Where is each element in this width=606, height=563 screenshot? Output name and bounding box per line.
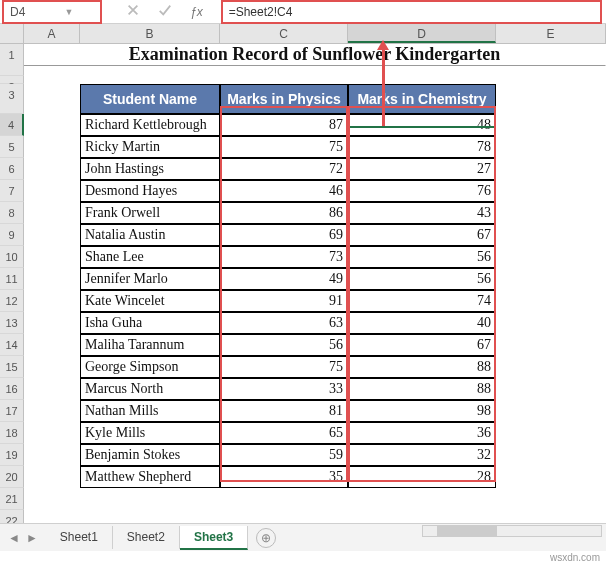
row-header-18[interactable]: 18 [0,422,24,444]
cell-a14[interactable] [24,334,80,356]
cell-name-20[interactable]: Matthew Shepherd [80,466,220,488]
header-chemistry[interactable]: Marks in Chemistry [348,84,496,114]
cell-chem-14[interactable]: 67 [348,334,496,356]
row-header-8[interactable]: 8 [0,202,24,224]
scrollbar-thumb[interactable] [437,526,497,536]
cell-physics-13[interactable]: 63 [220,312,348,334]
cell-physics-8[interactable]: 86 [220,202,348,224]
row-header-6[interactable]: 6 [0,158,24,180]
cell-a9[interactable] [24,224,80,246]
cell-chem-20[interactable]: 28 [348,466,496,488]
cell-chem-4[interactable]: 48 [348,114,496,136]
cell-a20[interactable] [24,466,80,488]
cell-chem-6[interactable]: 27 [348,158,496,180]
cell-name-19[interactable]: Benjamin Stokes [80,444,220,466]
cell-physics-18[interactable]: 65 [220,422,348,444]
cell-name-4[interactable]: Richard Kettlebrough [80,114,220,136]
row-header-4[interactable]: 4 [0,114,24,136]
fx-icon[interactable]: ƒx [190,5,203,19]
cell-e16[interactable] [496,378,606,400]
cell-physics-19[interactable]: 59 [220,444,348,466]
cell-a4[interactable] [24,114,80,136]
cell-a12[interactable] [24,290,80,312]
cell-chem-5[interactable]: 78 [348,136,496,158]
cell-e10[interactable] [496,246,606,268]
row-header-2[interactable]: 2 [0,76,24,84]
row-header-13[interactable]: 13 [0,312,24,334]
cell-e11[interactable] [496,268,606,290]
cancel-icon[interactable] [126,3,140,20]
cell-e18[interactable] [496,422,606,444]
cell-a15[interactable] [24,356,80,378]
cell-name-14[interactable]: Maliha Tarannum [80,334,220,356]
row-header-9[interactable]: 9 [0,224,24,246]
row-header-3[interactable]: 3 [0,84,24,114]
tab-next-icon[interactable]: ► [26,531,38,545]
cell-a10[interactable] [24,246,80,268]
row-header-14[interactable]: 14 [0,334,24,356]
cell-name-9[interactable]: Natalia Austin [80,224,220,246]
cell-chem-13[interactable]: 40 [348,312,496,334]
cell-chem-11[interactable]: 56 [348,268,496,290]
cell-chem-7[interactable]: 76 [348,180,496,202]
cell-a13[interactable] [24,312,80,334]
cell-chem-15[interactable]: 88 [348,356,496,378]
row-header-1[interactable]: 1 [0,44,24,76]
cell-physics-6[interactable]: 72 [220,158,348,180]
cell-name-18[interactable]: Kyle Mills [80,422,220,444]
cell-e5[interactable] [496,136,606,158]
cell-physics-5[interactable]: 75 [220,136,348,158]
cell-e6[interactable] [496,158,606,180]
cell-a6[interactable] [24,158,80,180]
cell-physics-4[interactable]: 87 [220,114,348,136]
name-box-dropdown[interactable]: ▼ [62,7,76,17]
cell-chem-8[interactable]: 43 [348,202,496,224]
row-header-19[interactable]: 19 [0,444,24,466]
row-header-21[interactable]: 21 [0,488,24,510]
cell-chem-17[interactable]: 98 [348,400,496,422]
cell-chem-19[interactable]: 32 [348,444,496,466]
cell-physics-7[interactable]: 46 [220,180,348,202]
cell-physics-14[interactable]: 56 [220,334,348,356]
name-box-input[interactable] [4,2,62,22]
header-physics[interactable]: Marks in Physics [220,84,348,114]
tab-nav[interactable]: ◄ ► [0,531,46,545]
cell-physics-11[interactable]: 49 [220,268,348,290]
row-header-17[interactable]: 17 [0,400,24,422]
cell-name-10[interactable]: Shane Lee [80,246,220,268]
cell-name-8[interactable]: Frank Orwell [80,202,220,224]
tab-sheet3[interactable]: Sheet3 [180,526,248,550]
col-header-d[interactable]: D [348,24,496,43]
cell-a8[interactable] [24,202,80,224]
row-header-12[interactable]: 12 [0,290,24,312]
cell-e12[interactable] [496,290,606,312]
cell-e15[interactable] [496,356,606,378]
name-box[interactable]: ▼ [2,0,102,24]
cell-e4[interactable] [496,114,606,136]
row-header-7[interactable]: 7 [0,180,24,202]
select-all-corner[interactable] [0,24,24,43]
col-header-b[interactable]: B [80,24,220,43]
tab-sheet2[interactable]: Sheet2 [113,526,180,549]
cell-a17[interactable] [24,400,80,422]
col-header-e[interactable]: E [496,24,606,43]
cell-name-12[interactable]: Kate Wincelet [80,290,220,312]
row-header-11[interactable]: 11 [0,268,24,290]
col-header-c[interactable]: C [220,24,348,43]
horizontal-scrollbar[interactable] [422,525,602,537]
cell-chem-16[interactable]: 88 [348,378,496,400]
cell-physics-15[interactable]: 75 [220,356,348,378]
cell-name-13[interactable]: Isha Guha [80,312,220,334]
row-header-10[interactable]: 10 [0,246,24,268]
cell-a16[interactable] [24,378,80,400]
cell-e13[interactable] [496,312,606,334]
cell-physics-20[interactable]: 35 [220,466,348,488]
cell-chem-18[interactable]: 36 [348,422,496,444]
cell-e8[interactable] [496,202,606,224]
cell-physics-16[interactable]: 33 [220,378,348,400]
header-name[interactable]: Student Name [80,84,220,114]
cell-name-6[interactable]: John Hastings [80,158,220,180]
cell-e14[interactable] [496,334,606,356]
cell-a18[interactable] [24,422,80,444]
tab-prev-icon[interactable]: ◄ [8,531,20,545]
